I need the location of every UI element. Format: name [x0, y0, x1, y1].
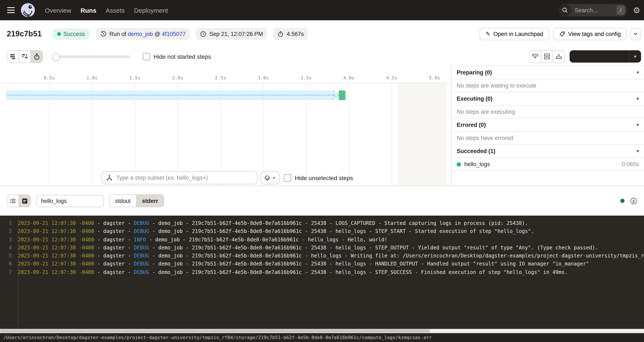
step-status-panel: Preparing (0)▾No steps are waiting to ex… [451, 66, 644, 186]
started-at-pill: Sep 21, 12:07:26 PM [196, 28, 267, 40]
layers-icon [264, 175, 270, 181]
hide-not-started-checkbox[interactable] [142, 53, 150, 60]
section-caret-icon[interactable]: ▾ [636, 148, 639, 154]
reexecute-all-button[interactable]: Re-execute all (*) [569, 50, 629, 62]
step-start-marker-icon [334, 94, 338, 97]
step-subset-input[interactable] [116, 174, 253, 181]
hide-not-started-control: Hide not started steps [142, 53, 211, 60]
tab-stdout[interactable]: stdout [110, 195, 136, 207]
log-path-statusbar: /Users/erincochran/Desktop/dagster-examp… [0, 333, 644, 342]
download-log-button[interactable] [630, 197, 637, 204]
hamburger-menu-icon[interactable] [7, 7, 15, 13]
stdout-stderr-tabs: stdoutstderr [109, 194, 164, 207]
open-launchpad-button[interactable]: ✎ Open in Launchpad [480, 28, 549, 40]
waterfall-view-button[interactable] [19, 50, 31, 62]
section-caret-icon[interactable]: ▾ [636, 96, 639, 102]
stopwatch-icon [278, 31, 284, 37]
log-gutter-divider [18, 216, 18, 329]
waiting-period-bar [6, 90, 334, 100]
expand-bottom-panel-button[interactable] [553, 50, 564, 62]
panel-section-header[interactable]: Executing (0)▾ [452, 92, 644, 106]
raw-logs-button[interactable] [19, 195, 30, 207]
section-caret-icon[interactable]: ▾ [636, 70, 639, 75]
panel-section-header[interactable]: Errored (0)▾ [452, 118, 644, 132]
log-line-number: 1 [0, 220, 14, 228]
hide-unselected-control: Hide unselected steps [284, 171, 353, 184]
hide-unselected-checkbox[interactable] [284, 174, 291, 182]
search-input[interactable] [574, 6, 614, 14]
raw-log-output: 12023-09-21 12:07:30 -0400 - dagster - D… [0, 216, 644, 329]
log-line-text: 2023-09-21 12:07:30 -0400 - dagster - DE… [14, 220, 644, 228]
panel-section-message: No steps are waiting to execute [452, 80, 644, 92]
structured-logs-button[interactable] [7, 195, 19, 207]
dagster-logo-icon[interactable] [20, 2, 36, 18]
header-actions: ✎ Open in Launchpad View tags and config [480, 28, 640, 40]
search-shortcut-badge: / [616, 6, 625, 15]
nav-link-deployment[interactable]: Deployment [134, 6, 168, 14]
section-caret-icon[interactable]: ▾ [636, 122, 639, 128]
panel-section-message: No steps are executing [452, 106, 644, 118]
search-icon [558, 4, 571, 16]
log-toolbar-right [620, 197, 637, 204]
header-more-actions-button[interactable] [630, 28, 640, 40]
tab-stderr[interactable]: stderr [136, 195, 164, 207]
nav-link-overview[interactable]: Overview [45, 6, 71, 14]
step-subset-field[interactable] [102, 171, 258, 184]
chevron-down-icon [633, 31, 638, 36]
view-tags-config-button[interactable]: View tags and config [553, 28, 627, 40]
slider-track[interactable] [52, 55, 130, 58]
step-success-dot-icon [457, 162, 461, 166]
collapse-bottom-panel-button[interactable] [529, 50, 541, 62]
log-line-text: 2023-09-21 12:07:30 -0400 - dagster - DE… [14, 228, 644, 236]
hide-unselected-label: Hide unselected steps [295, 174, 353, 181]
step-bar-hello-logs[interactable] [338, 90, 345, 100]
after-run-shaded-region [398, 83, 446, 186]
op-selector-icon [106, 174, 112, 181]
run-id: 219c7b51 [7, 30, 42, 38]
log-line: 42023-09-21 12:07:30 -0400 - dagster - D… [0, 244, 644, 252]
step-row[interactable]: hello_logs0.065s [452, 158, 644, 171]
duration-view-button[interactable] [31, 50, 42, 62]
log-step-filter-input[interactable] [36, 195, 104, 207]
log-line: 52023-09-21 12:07:30 -0400 - dagster - D… [0, 252, 644, 260]
panel-section-header[interactable]: Preparing (0)▾ [452, 66, 644, 80]
nav-link-runs[interactable]: Runs [80, 6, 96, 14]
log-line: 72023-09-21 12:07:30 -0400 - dagster - D… [0, 268, 644, 277]
panel-section-title: Executing (0) [457, 96, 492, 102]
top-nav: OverviewRunsAssetsDeployment / ⚙ [0, 0, 644, 20]
reexecute-caret-button[interactable]: ▾ [629, 50, 641, 62]
duration-pill: 4.567s [273, 28, 308, 40]
slider-knob[interactable] [52, 53, 60, 61]
search-box[interactable]: / [558, 4, 627, 16]
gantt-zoom-slider[interactable] [52, 50, 130, 62]
gantt-toolbar: Hide not started steps Re-execute all (*… [0, 47, 644, 66]
panel-section-title: Preparing (0) [457, 69, 492, 76]
job-link[interactable]: demo_job [128, 31, 153, 37]
status-badge: Success [52, 28, 90, 40]
nav-link-assets[interactable]: Assets [106, 6, 125, 14]
axis-tick-label: 5.0s [429, 75, 440, 81]
gear-icon[interactable]: ⚙ [633, 6, 640, 14]
graph-query-options-button[interactable] [260, 171, 280, 184]
tag-icon [559, 31, 565, 37]
axis-tick-label: 1.5s [129, 75, 140, 81]
scrollbar-thumb[interactable] [0, 329, 430, 333]
axis-gridline [392, 83, 392, 186]
axis-gridline [349, 83, 349, 186]
log-line-text: 2023-09-21 12:07:30 -0400 - dagster - IN… [14, 236, 644, 244]
log-line: 12023-09-21 12:07:30 -0400 - dagster - D… [0, 220, 644, 228]
commit-link[interactable]: 4f105077 [162, 31, 186, 37]
log-toolbar: stdoutstderr [0, 186, 644, 216]
status-label: Success [63, 31, 85, 37]
log-line-text: 2023-09-21 12:07:30 -0400 - dagster - DE… [14, 252, 644, 260]
split-panels-button[interactable] [541, 50, 553, 62]
log-line-text: 2023-09-21 12:07:30 -0400 - dagster - DE… [14, 260, 644, 268]
panel-layout-group [529, 50, 565, 63]
log-line-number: 7 [0, 268, 14, 277]
panel-section-header[interactable]: Succeeded (1)▾ [452, 144, 644, 158]
pencil-icon: ✎ [486, 30, 490, 37]
log-line-number: 2 [0, 228, 14, 236]
gantt-chart: 0.5s1.0s1.5s2.0s2.5s3.0s3.5s4.0s4.5s5.0s [0, 66, 451, 186]
axis-tick-label: 3.5s [300, 75, 312, 81]
flat-view-button[interactable] [7, 50, 19, 62]
